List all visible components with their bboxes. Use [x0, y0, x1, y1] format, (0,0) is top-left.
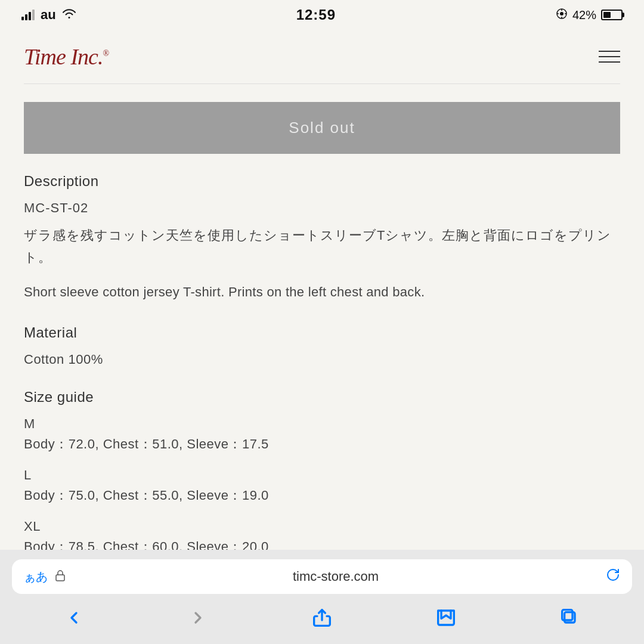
- product-code: MC-ST-02: [24, 200, 620, 216]
- url-bar[interactable]: ぁあ timc-store.com: [12, 559, 632, 594]
- lock-icon: [55, 569, 66, 584]
- hamburger-line-2: [599, 56, 620, 57]
- size-guide-section: Size guide M Body：72.0, Chest：51.0, Slee…: [24, 389, 620, 574]
- signal-icon: [21, 10, 35, 20]
- status-bar: au 12:59 42%: [0, 0, 644, 30]
- battery-percentage: 42%: [572, 8, 596, 22]
- main-content: Sold out Description MC-ST-02 ザラ感を残すコットン…: [0, 84, 644, 606]
- svg-rect-6: [56, 575, 64, 581]
- size-m-measurements: Body：72.0, Chest：51.0, Sleeve：17.5: [24, 435, 620, 453]
- hamburger-line-3: [599, 61, 620, 63]
- size-xl-label: XL: [24, 519, 620, 534]
- logo-registered: ®: [103, 49, 109, 58]
- description-english: Short sleeve cotton jersey T-shirt. Prin…: [24, 281, 620, 303]
- clock: 12:59: [296, 7, 336, 23]
- logo-text: Time Inc.®: [24, 44, 109, 69]
- text-size-button[interactable]: ぁあ: [24, 569, 48, 585]
- status-right: 42%: [556, 8, 623, 23]
- logo[interactable]: Time Inc.®: [24, 45, 109, 68]
- browser-bar: ぁあ timc-store.com: [0, 550, 644, 644]
- share-button[interactable]: [305, 605, 339, 631]
- description-japanese: ザラ感を残すコットン天竺を使用したショートスリーブTシャツ。左胸と背面にロゴをプ…: [24, 224, 620, 269]
- material-section: Material Cotton 100%: [24, 324, 620, 367]
- description-title: Description: [24, 173, 620, 190]
- size-m: M Body：72.0, Chest：51.0, Sleeve：17.5: [24, 416, 620, 453]
- size-l-label: L: [24, 467, 620, 483]
- status-left: au: [21, 7, 76, 23]
- material-title: Material: [24, 324, 620, 341]
- back-button[interactable]: [57, 605, 91, 631]
- url-text[interactable]: timc-store.com: [73, 569, 599, 584]
- material-value: Cotton 100%: [24, 352, 620, 367]
- size-guide-title: Size guide: [24, 389, 620, 405]
- size-l: L Body：75.0, Chest：55.0, Sleeve：19.0: [24, 467, 620, 504]
- hamburger-menu-button[interactable]: [599, 51, 620, 63]
- browser-navigation: [0, 600, 644, 640]
- carrier-label: au: [41, 7, 56, 23]
- sold-out-button: Sold out: [24, 102, 620, 154]
- bookmarks-button[interactable]: [429, 605, 463, 631]
- size-l-measurements: Body：75.0, Chest：55.0, Sleeve：19.0: [24, 487, 620, 504]
- nav-bar: Time Inc.®: [0, 30, 644, 83]
- location-icon: [556, 8, 568, 23]
- wifi-icon: [62, 8, 76, 22]
- size-m-label: M: [24, 416, 620, 432]
- hamburger-line-1: [599, 51, 620, 52]
- battery-icon: [601, 10, 623, 20]
- tabs-button[interactable]: [553, 605, 587, 631]
- reload-button[interactable]: [606, 568, 620, 586]
- forward-button[interactable]: [181, 605, 215, 631]
- svg-point-1: [560, 12, 564, 16]
